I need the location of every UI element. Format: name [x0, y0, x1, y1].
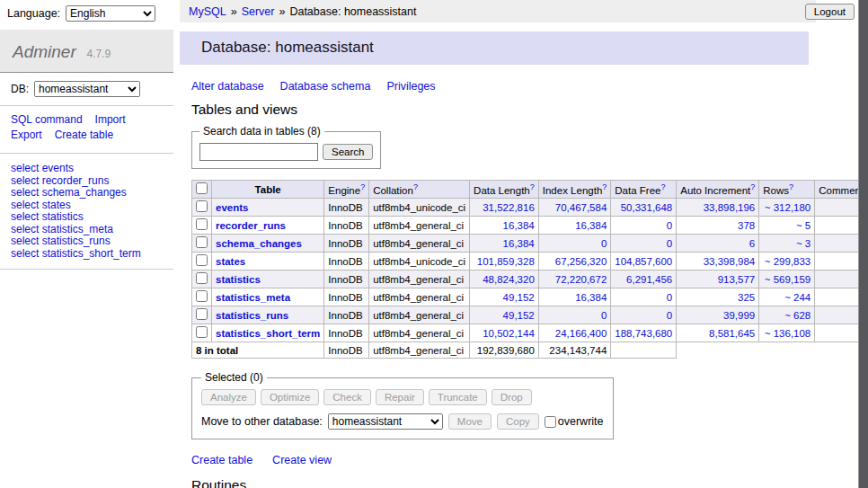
check-button[interactable]: Check [323, 389, 371, 405]
db-select[interactable]: homeassistant [34, 81, 140, 97]
sidebar-link-export[interactable]: Export [11, 129, 42, 141]
table-link-events[interactable]: events [216, 202, 248, 213]
rows-link[interactable]: ~ 244 [784, 292, 810, 303]
auto-increment-link[interactable]: 6 [749, 238, 755, 249]
breadcrumb-server-link[interactable]: Server [242, 5, 275, 18]
table-link-statistics-runs[interactable]: statistics_runs [216, 310, 288, 321]
sidebar-table-select-statistics-meta[interactable]: select statistics_meta [11, 224, 163, 236]
table-link-states[interactable]: states [216, 256, 245, 267]
auto-increment-link[interactable]: 378 [738, 220, 755, 231]
table-link-schema-changes[interactable]: schema_changes [216, 238, 302, 249]
sidebar-table-select-schema-changes[interactable]: select schema_changes [11, 187, 163, 200]
rows-link[interactable]: ~ 569,159 [765, 274, 810, 285]
column-help-link[interactable]: ? [530, 182, 535, 191]
optimize-button[interactable]: Optimize [261, 389, 319, 405]
index-length-link[interactable]: 0 [601, 310, 607, 321]
logout-button[interactable]: Logout [805, 4, 855, 20]
data-length-link[interactable]: 16,384 [503, 220, 535, 231]
action-database-schema[interactable]: Database schema [280, 80, 371, 93]
data-free-link[interactable]: 0 [667, 292, 672, 303]
column-help-link[interactable]: ? [360, 182, 365, 191]
data-length-link[interactable]: 48,824,320 [483, 274, 535, 285]
data-free-link[interactable]: 6,291,456 [626, 274, 672, 285]
row-checkbox[interactable] [196, 290, 208, 302]
index-length-link[interactable]: 0 [601, 238, 607, 249]
data-length-link[interactable]: 101,859,328 [477, 256, 535, 267]
index-length-link[interactable]: 24,166,400 [555, 328, 607, 339]
rows-link[interactable]: ~ 299,833 [765, 256, 810, 267]
sidebar-link-create-table[interactable]: Create table [55, 129, 113, 141]
column-help-link[interactable]: ? [789, 182, 793, 191]
create-create-view[interactable]: Create view [272, 454, 332, 466]
sidebar-table-select-statistics-short-term[interactable]: select statistics_short_term [11, 248, 163, 261]
table-link-recorder-runs[interactable]: recorder_runs [216, 220, 286, 231]
rows-link[interactable]: ~ 5 [796, 220, 810, 231]
auto-increment-link[interactable]: 33,398,984 [704, 256, 756, 267]
action-privileges[interactable]: Privileges [386, 80, 435, 93]
row-checkbox[interactable] [196, 254, 208, 266]
data-length-link[interactable]: 10,502,144 [483, 328, 535, 339]
row-checkbox[interactable] [196, 308, 208, 320]
row-checkbox[interactable] [196, 218, 208, 230]
row-checkbox[interactable] [196, 272, 208, 284]
table-link-statistics-meta[interactable]: statistics_meta [216, 292, 290, 303]
overwrite-checkbox[interactable] [545, 416, 556, 428]
data-length-link[interactable]: 49,152 [503, 292, 535, 303]
language-select[interactable]: English [66, 5, 155, 22]
column-help-link[interactable]: ? [750, 182, 755, 191]
sidebar-table-select-recorder-runs[interactable]: select recorder_runs [11, 175, 163, 188]
data-free-link[interactable]: 104,857,600 [615, 256, 672, 267]
copy-button[interactable]: Copy [497, 413, 539, 430]
data-free-link[interactable]: 188,743,680 [615, 328, 672, 339]
column-help-link[interactable]: ? [413, 182, 418, 191]
analyze-button[interactable]: Analyze [201, 389, 256, 405]
data-length-link[interactable]: 49,152 [503, 310, 535, 321]
breadcrumb-mysql-link[interactable]: MySQL [189, 5, 226, 18]
rows-link[interactable]: ~ 312,180 [765, 202, 810, 213]
index-length-link[interactable]: 16,384 [575, 292, 607, 303]
vertical-scrollbar[interactable] [858, 0, 868, 488]
data-length-link[interactable]: 31,522,816 [483, 202, 535, 213]
data-free-link[interactable]: 50,331,648 [621, 202, 673, 213]
drop-button[interactable]: Drop [492, 389, 532, 405]
action-alter-database[interactable]: Alter database [191, 80, 264, 93]
sidebar-link-import[interactable]: Import [95, 113, 126, 126]
sidebar-table-select-statistics-runs[interactable]: select statistics_runs [11, 235, 163, 248]
auto-increment-link[interactable]: 39,999 [723, 310, 755, 321]
index-length-link[interactable]: 70,467,584 [555, 202, 607, 213]
row-checkbox[interactable] [196, 326, 208, 338]
table-link-statistics-short-term[interactable]: statistics_short_term [216, 328, 320, 339]
index-length-link[interactable]: 67,256,320 [555, 256, 607, 267]
sidebar-table-select-states[interactable]: select states [11, 200, 163, 212]
rows-link[interactable]: ~ 628 [784, 310, 810, 321]
auto-increment-link[interactable]: 325 [738, 292, 755, 303]
data-free-link[interactable]: 0 [667, 238, 672, 249]
select-all-checkbox[interactable] [196, 182, 208, 194]
overwrite-option[interactable]: overwrite [545, 415, 604, 428]
rows-link[interactable]: ~ 3 [796, 238, 810, 249]
truncate-button[interactable]: Truncate [429, 389, 487, 405]
column-help-link[interactable]: ? [660, 182, 665, 191]
auto-increment-link[interactable]: 8,581,645 [709, 328, 755, 339]
index-length-link[interactable]: 16,384 [575, 220, 607, 231]
auto-increment-link[interactable]: 913,577 [718, 274, 756, 285]
search-button[interactable]: Search [323, 144, 373, 160]
repair-button[interactable]: Repair [376, 389, 424, 405]
column-help-link[interactable]: ? [602, 182, 607, 191]
auto-increment-link[interactable]: 33,898,196 [704, 202, 756, 213]
row-checkbox[interactable] [196, 236, 208, 248]
table-link-statistics[interactable]: statistics [216, 274, 261, 285]
index-length-link[interactable]: 72,220,672 [555, 274, 607, 285]
data-free-link[interactable]: 0 [667, 310, 672, 321]
data-free-link[interactable]: 0 [667, 220, 672, 231]
move-button[interactable]: Move [448, 413, 492, 430]
sidebar-table-select-events[interactable]: select events [11, 163, 163, 175]
row-checkbox[interactable] [196, 200, 208, 212]
rows-link[interactable]: ~ 136,108 [765, 328, 810, 339]
search-input[interactable] [199, 143, 318, 161]
move-db-select[interactable]: homeassistant [328, 413, 443, 430]
sidebar-table-select-statistics[interactable]: select statistics [11, 211, 163, 224]
create-create-table[interactable]: Create table [191, 454, 252, 466]
data-length-link[interactable]: 16,384 [503, 238, 535, 249]
sidebar-link-sql-command[interactable]: SQL command [11, 113, 83, 126]
